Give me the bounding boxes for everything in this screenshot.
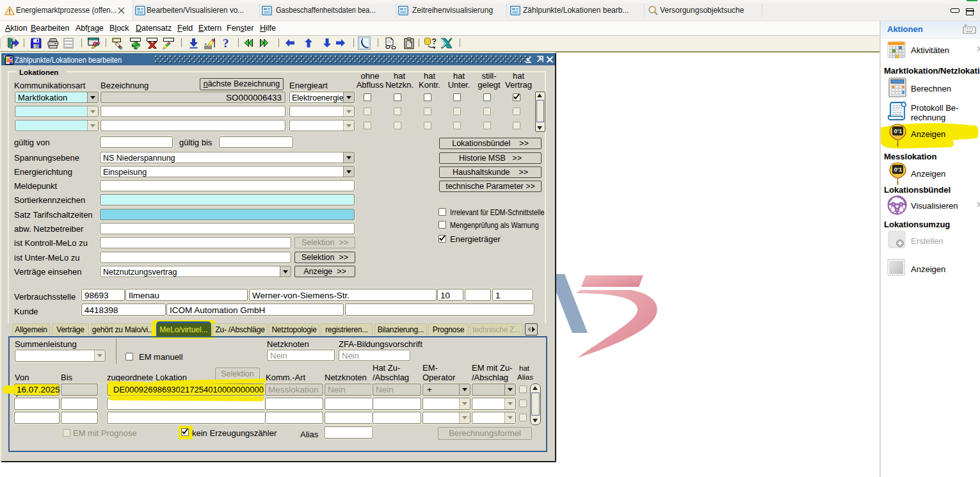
svg-text:?: ?: [432, 37, 437, 46]
svg-text:0'1: 0'1: [894, 166, 903, 173]
svg-text:0'1: 0'1: [894, 127, 903, 134]
